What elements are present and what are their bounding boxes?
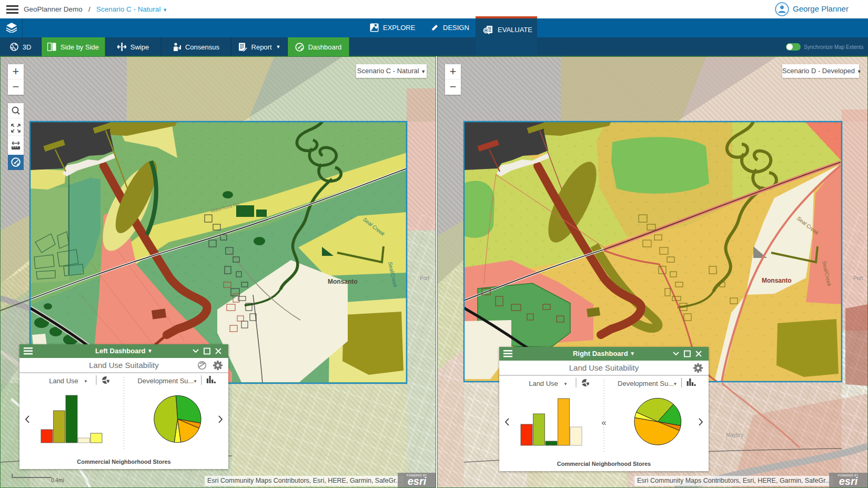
svg-text:Commercial Neighborhood Stores: Commercial Neighborhood Stores [77,459,170,465]
svg-text:Maybry: Maybry [726,432,743,438]
svg-text:0.4mi: 0.4mi [51,477,64,483]
svg-text:Land Use: Land Use [529,380,558,387]
svg-text:▼: ▼ [84,379,88,384]
svg-text:Port: Port [853,275,863,281]
svg-text:Commercial Neighborhood Stores: Commercial Neighborhood Stores [557,461,651,467]
svg-text:▼: ▼ [563,382,568,386]
svg-text:Land Use Suitability: Land Use Suitability [569,363,639,372]
svg-text:Monsanto: Monsanto [328,278,358,285]
svg-text:Port: Port [420,275,430,281]
svg-text:▼: ▼ [193,379,197,384]
svg-text:Development Su...: Development Su... [618,380,674,387]
svg-text:Land Use: Land Use [49,377,78,385]
svg-text:▼: ▼ [673,382,678,386]
svg-text:«: « [601,417,606,427]
svg-text:Monsanto: Monsanto [762,277,792,284]
svg-text:Development Su...: Development Su... [137,377,194,385]
svg-text:Land Use Suitability: Land Use Suitability [89,361,159,370]
